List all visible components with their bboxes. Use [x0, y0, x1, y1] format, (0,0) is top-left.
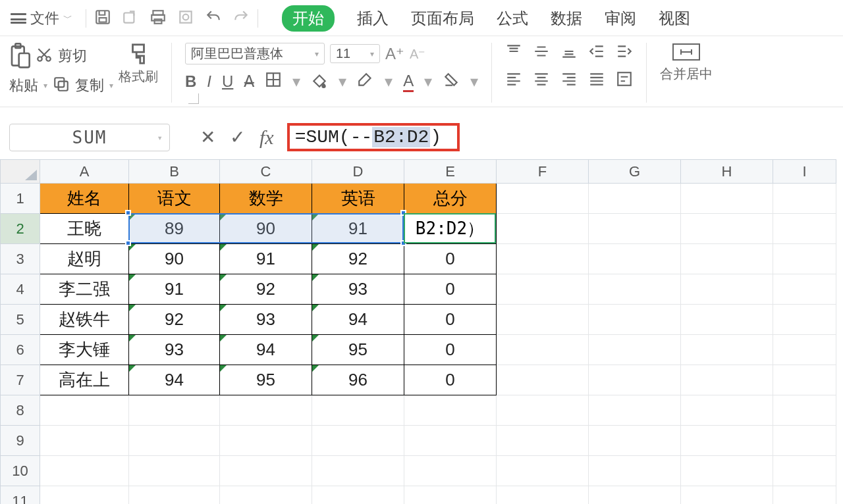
cell[interactable]: [773, 305, 836, 335]
cell[interactable]: [773, 274, 836, 305]
justify-button[interactable]: [588, 70, 605, 91]
row-header-1[interactable]: 1: [1, 184, 40, 214]
cell[interactable]: [404, 395, 497, 426]
save-button[interactable]: [94, 9, 111, 28]
cell[interactable]: 89: [129, 214, 220, 244]
cell[interactable]: [681, 426, 773, 456]
cell[interactable]: 92: [312, 244, 404, 274]
row-header-5[interactable]: 5: [1, 305, 40, 335]
cell[interactable]: [681, 486, 773, 505]
strikethrough-button[interactable]: A̶: [244, 72, 254, 91]
cell[interactable]: [681, 335, 773, 365]
row-header-6[interactable]: 6: [1, 335, 40, 365]
italic-button[interactable]: I: [207, 72, 211, 91]
cell[interactable]: [681, 365, 773, 395]
row-header-11[interactable]: 11: [1, 486, 40, 505]
cell[interactable]: 数学: [220, 184, 312, 214]
cell[interactable]: [773, 335, 836, 365]
cell[interactable]: [404, 214, 497, 244]
cell[interactable]: [589, 274, 681, 305]
cell[interactable]: [497, 244, 589, 274]
cell[interactable]: [40, 395, 129, 426]
cell[interactable]: [681, 214, 773, 244]
cell[interactable]: 91: [220, 244, 312, 274]
cell[interactable]: 0: [404, 274, 497, 305]
cell[interactable]: [40, 426, 129, 456]
cell[interactable]: [497, 426, 589, 456]
cell[interactable]: [681, 395, 773, 426]
cell[interactable]: [773, 395, 836, 426]
cell[interactable]: [589, 244, 681, 274]
cell[interactable]: 95: [220, 365, 312, 395]
undo-button[interactable]: [205, 9, 222, 28]
font-name-select[interactable]: 阿里巴巴普惠体 ▾: [185, 43, 325, 64]
chevron-down-icon[interactable]: ▾: [43, 81, 47, 90]
cell[interactable]: 93: [312, 274, 404, 305]
cell[interactable]: 92: [220, 274, 312, 305]
share-button[interactable]: [122, 9, 139, 28]
col-header-G[interactable]: G: [589, 160, 681, 184]
highlight-button[interactable]: [357, 71, 374, 92]
select-all-corner[interactable]: [1, 160, 40, 184]
wrap-text-button[interactable]: [616, 70, 633, 91]
cut-button[interactable]: [36, 46, 53, 66]
cell[interactable]: [497, 456, 589, 486]
cell[interactable]: 0: [404, 365, 497, 395]
format-painter-button[interactable]: 格式刷: [119, 43, 158, 86]
copy-button[interactable]: [53, 76, 70, 95]
cell[interactable]: 李大锤: [40, 335, 129, 365]
col-header-E[interactable]: E: [404, 160, 497, 184]
col-header-C[interactable]: C: [220, 160, 312, 184]
fx-icon[interactable]: fx: [259, 126, 274, 149]
cell[interactable]: [220, 426, 312, 456]
cell[interactable]: [404, 426, 497, 456]
row-header-4[interactable]: 4: [1, 274, 40, 305]
cell[interactable]: [220, 486, 312, 505]
cell[interactable]: [589, 395, 681, 426]
cell[interactable]: 赵铁牛: [40, 305, 129, 335]
tab-insert[interactable]: 插入: [357, 8, 389, 29]
cell[interactable]: [497, 365, 589, 395]
cell[interactable]: 94: [129, 365, 220, 395]
cell[interactable]: [773, 214, 836, 244]
print-button[interactable]: [150, 9, 167, 28]
cell[interactable]: [497, 486, 589, 505]
cell[interactable]: [220, 456, 312, 486]
align-bottom-button[interactable]: [560, 43, 578, 64]
decrease-indent-button[interactable]: [588, 43, 605, 64]
cell[interactable]: [40, 456, 129, 486]
cell[interactable]: 李二强: [40, 274, 129, 305]
cell[interactable]: 94: [220, 335, 312, 365]
cell[interactable]: [589, 184, 681, 214]
increase-indent-button[interactable]: [616, 43, 633, 64]
cell[interactable]: [773, 486, 836, 505]
cell[interactable]: [681, 244, 773, 274]
underline-button[interactable]: U: [222, 72, 233, 91]
tab-page-layout[interactable]: 页面布局: [411, 8, 474, 29]
cell[interactable]: [773, 456, 836, 486]
cell[interactable]: 91: [312, 214, 404, 244]
cell[interactable]: [312, 486, 404, 505]
cancel-formula-button[interactable]: ✕: [200, 126, 215, 148]
cell[interactable]: [589, 365, 681, 395]
cell[interactable]: [497, 305, 589, 335]
cell[interactable]: [312, 395, 404, 426]
chevron-down-icon[interactable]: ▾: [109, 81, 113, 90]
chevron-down-icon[interactable]: ▾: [470, 72, 478, 91]
col-header-A[interactable]: A: [40, 160, 129, 184]
cell[interactable]: [589, 456, 681, 486]
print-preview-button[interactable]: [177, 9, 194, 28]
col-header-I[interactable]: I: [773, 160, 836, 184]
row-header-2[interactable]: 2: [1, 214, 40, 244]
col-header-H[interactable]: H: [681, 160, 773, 184]
tab-review[interactable]: 审阅: [605, 8, 636, 29]
row-header-7[interactable]: 7: [1, 365, 40, 395]
cell[interactable]: [589, 426, 681, 456]
cell[interactable]: 0: [404, 305, 497, 335]
cell[interactable]: [681, 184, 773, 214]
borders-button[interactable]: [265, 71, 282, 92]
paste-button[interactable]: [9, 43, 30, 69]
tab-data[interactable]: 数据: [551, 8, 582, 29]
cell[interactable]: [497, 335, 589, 365]
cell[interactable]: [312, 426, 404, 456]
